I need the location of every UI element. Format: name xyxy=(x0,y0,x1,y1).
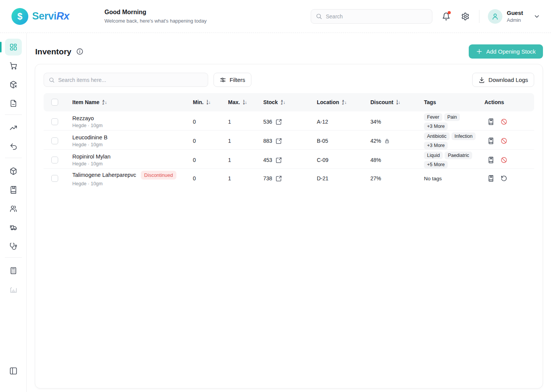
book-action-icon xyxy=(487,157,494,163)
sliders-icon xyxy=(220,77,226,83)
sort-icon[interactable]: 19↓ xyxy=(243,100,247,105)
package-x-icon xyxy=(9,80,18,89)
sort-icon[interactable]: AZ↓ xyxy=(281,100,285,105)
sidebar-item-package-x[interactable] xyxy=(5,76,22,93)
row-checkbox[interactable] xyxy=(51,118,58,125)
tag-chip: Pain xyxy=(444,113,460,121)
sort-icon[interactable]: AZ↓ xyxy=(342,100,347,105)
sidebar-item-stethoscope[interactable] xyxy=(5,238,22,255)
filters-button[interactable]: Filters xyxy=(214,73,251,87)
sidebar-divider xyxy=(5,158,22,158)
sidebar-item-package[interactable] xyxy=(5,163,22,180)
discount-value: 48% xyxy=(370,157,381,163)
restore-button[interactable] xyxy=(500,175,507,182)
sidebar-collapse-toggle[interactable] xyxy=(5,363,22,379)
greeting-block: Good Morning Welcome back, here's what's… xyxy=(104,9,207,24)
ban-icon xyxy=(500,157,507,163)
brand-logo[interactable]: $ ServiRx xyxy=(0,8,104,25)
add-opening-stock-button[interactable]: Add Opening Stock xyxy=(469,44,543,59)
actions-cell xyxy=(484,118,534,125)
sidebar-item-document[interactable] xyxy=(5,95,22,112)
sort-icon[interactable]: AZ↓ xyxy=(103,100,107,105)
deactivate-button[interactable] xyxy=(500,157,507,163)
sidebar-item-book[interactable] xyxy=(5,181,22,198)
location-value: D-21 xyxy=(317,175,370,181)
tags-cell: FeverPain+3 More xyxy=(424,111,484,132)
download-logs-button[interactable]: Download Logs xyxy=(472,73,534,87)
book-icon xyxy=(9,186,18,194)
item-variant: Hegde · 10gm xyxy=(72,161,193,167)
gear-icon xyxy=(461,12,469,21)
avatar xyxy=(488,9,502,24)
user-menu[interactable]: Guest Admin xyxy=(488,9,540,24)
discount-value: 34% xyxy=(370,119,381,125)
external-link-icon[interactable] xyxy=(276,157,282,163)
select-all-checkbox[interactable] xyxy=(51,99,58,106)
page-title: Inventory xyxy=(35,47,83,56)
sort-icon[interactable]: 19↓ xyxy=(396,100,400,105)
sort-icon[interactable]: 19↓ xyxy=(207,100,210,105)
min-value: 0 xyxy=(193,157,228,163)
stock-value: 738 xyxy=(263,175,272,181)
global-search[interactable] xyxy=(311,9,432,24)
info-icon[interactable] xyxy=(76,48,83,55)
location-value: C-09 xyxy=(317,157,370,163)
sidebar-item-calculator[interactable] xyxy=(5,262,22,279)
external-link-icon[interactable] xyxy=(276,175,282,182)
log-book-button[interactable] xyxy=(487,118,494,125)
more-tags-chip[interactable]: +3 More xyxy=(424,142,448,149)
item-name: Rezzayo xyxy=(72,115,94,121)
row-checkbox[interactable] xyxy=(51,137,58,144)
actions-cell xyxy=(484,137,534,144)
row-checkbox[interactable] xyxy=(51,175,58,182)
column-header-itemname[interactable]: Item NameAZ↓ xyxy=(65,99,193,105)
column-header-stock[interactable]: StockAZ↓ xyxy=(263,99,317,105)
chevron-down-icon[interactable] xyxy=(533,13,540,20)
actions-cell xyxy=(484,157,534,163)
table-row: Talimogene LaherparepvcDiscontinued Hegd… xyxy=(44,169,534,188)
item-variant: Hegde · 10gm xyxy=(72,181,193,186)
column-header-location[interactable]: LocationAZ↓ xyxy=(317,99,370,105)
sidebar-item-dashboard[interactable] xyxy=(5,39,22,56)
table-row: Ropinirol Mylan Hegde · 10gm 0 1 453 C-0… xyxy=(44,150,534,169)
more-tags-chip[interactable]: +5 More xyxy=(424,161,448,168)
location-value: B-05 xyxy=(317,138,370,144)
sidebar-item-undo[interactable] xyxy=(5,138,22,155)
sidebar-item-cart[interactable] xyxy=(5,57,22,74)
more-tags-chip[interactable]: +3 More xyxy=(424,122,448,130)
external-link-icon[interactable] xyxy=(276,138,282,144)
tag-chip: Liquid xyxy=(424,152,443,159)
notifications-button[interactable] xyxy=(441,11,452,22)
max-value: 1 xyxy=(228,138,263,144)
item-search-input[interactable] xyxy=(58,77,203,83)
sidebar-item-users[interactable] xyxy=(5,200,22,217)
column-header-min[interactable]: Min.19↓ xyxy=(193,99,228,105)
sidebar-item-chart[interactable] xyxy=(5,281,22,298)
sidebar-item-truck[interactable] xyxy=(5,219,22,236)
discount-value: 42% xyxy=(370,138,381,144)
global-search-input[interactable] xyxy=(326,13,427,20)
location-value: A-12 xyxy=(317,119,370,125)
min-value: 0 xyxy=(193,138,228,144)
deactivate-button[interactable] xyxy=(500,137,507,144)
restore-icon xyxy=(500,175,507,182)
external-link-icon[interactable] xyxy=(276,119,282,125)
row-checkbox[interactable] xyxy=(51,157,58,163)
deactivate-button[interactable] xyxy=(500,118,507,125)
log-book-button[interactable] xyxy=(487,175,494,182)
settings-button[interactable] xyxy=(460,11,471,22)
book-action-icon xyxy=(487,118,494,125)
log-book-button[interactable] xyxy=(487,157,494,163)
item-search[interactable] xyxy=(44,73,208,87)
sidebar-item-trending[interactable] xyxy=(5,119,22,136)
column-header-discount[interactable]: Discount19↓ xyxy=(370,99,424,105)
sidebar-divider xyxy=(5,114,22,115)
header-divider xyxy=(479,10,479,23)
plus-icon xyxy=(476,48,483,55)
log-book-button[interactable] xyxy=(487,137,494,144)
greeting-title: Good Morning xyxy=(104,9,207,16)
tag-chip: Antibiotic xyxy=(424,132,450,140)
column-header-max[interactable]: Max.19↓ xyxy=(228,99,263,105)
book-action-icon xyxy=(487,137,494,144)
table-header-row: Item NameAZ↓Min.19↓Max.19↓StockAZ↓Locati… xyxy=(44,93,534,111)
